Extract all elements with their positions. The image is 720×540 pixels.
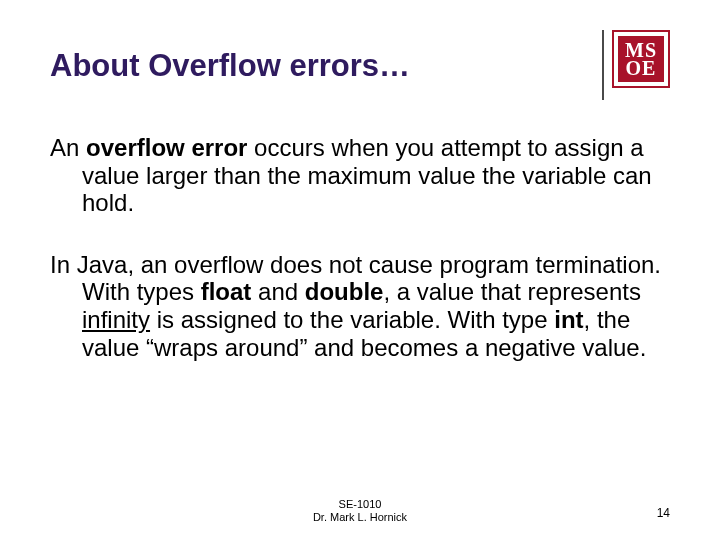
p2-b3: int: [554, 306, 583, 333]
footer: SE-1010 Dr. Mark L. Hornick: [0, 498, 720, 524]
p1-bold: overflow error: [86, 134, 247, 161]
footer-center: SE-1010 Dr. Mark L. Hornick: [313, 498, 407, 524]
paragraph-1: An overflow error occurs when you attemp…: [50, 134, 670, 217]
p2-b1: float: [201, 278, 252, 305]
paragraph-2: In Java, an overflow does not cause prog…: [50, 251, 670, 361]
p2-t4: is assigned to the variable. With type: [150, 306, 554, 333]
footer-course: SE-1010: [313, 498, 407, 511]
slide-title: About Overflow errors…: [50, 30, 602, 84]
p2-u1: infinity: [82, 306, 150, 333]
body-text: An overflow error occurs when you attemp…: [50, 134, 670, 361]
slide: About Overflow errors… MS OE An overflow…: [0, 0, 720, 540]
p2-b2: double: [305, 278, 384, 305]
p2-t2: and: [251, 278, 304, 305]
logo-divider: [602, 30, 604, 100]
paragraph-1-text: An overflow error occurs when you attemp…: [50, 134, 670, 217]
page-number: 14: [657, 506, 670, 520]
msoe-logo: MS OE: [612, 30, 670, 88]
p1-lead: An: [50, 134, 86, 161]
paragraph-2-text: In Java, an overflow does not cause prog…: [50, 251, 670, 361]
footer-author: Dr. Mark L. Hornick: [313, 511, 407, 524]
logo-wrap: MS OE: [602, 30, 670, 100]
logo-text-bottom: OE: [626, 59, 657, 77]
p2-t3: , a value that represents: [383, 278, 640, 305]
title-row: About Overflow errors… MS OE: [50, 30, 670, 100]
logo-inner: MS OE: [618, 36, 664, 82]
